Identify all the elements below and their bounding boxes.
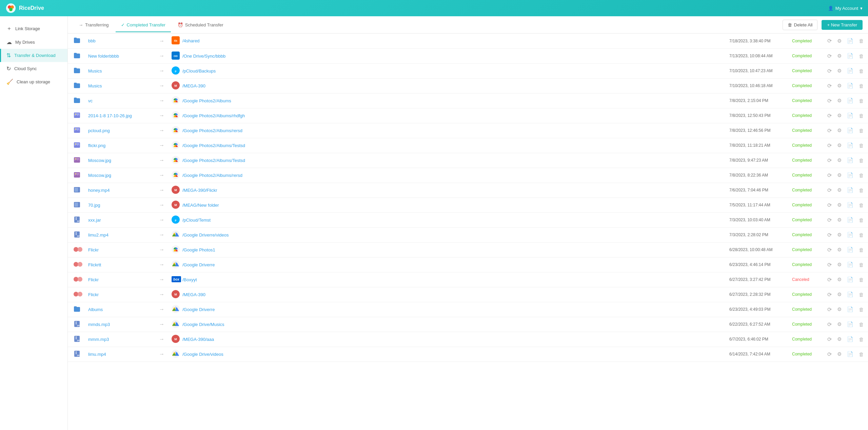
- settings-button[interactable]: ⚙: [836, 171, 843, 179]
- retry-button[interactable]: ⟳: [826, 112, 833, 120]
- transfer-dest-path[interactable]: /Google Photos2/Albums/Testsd: [182, 153, 727, 168]
- delete-button[interactable]: 🗑: [857, 202, 865, 209]
- transfer-source-name[interactable]: New folderbbbb: [85, 48, 153, 63]
- retry-button[interactable]: ⟳: [826, 52, 833, 60]
- sidebar-item-clean-storage[interactable]: 🧹 Clean up storage: [0, 75, 67, 88]
- new-transfer-button[interactable]: + New Transfer: [822, 20, 863, 30]
- retry-button[interactable]: ⟳: [826, 246, 833, 254]
- settings-button[interactable]: ⚙: [836, 261, 843, 268]
- settings-button[interactable]: ⚙: [836, 142, 843, 149]
- settings-button[interactable]: ⚙: [836, 37, 843, 45]
- retry-button[interactable]: ⟳: [826, 261, 833, 269]
- settings-button[interactable]: ⚙: [836, 201, 843, 209]
- retry-button[interactable]: ⟳: [826, 321, 833, 328]
- retry-button[interactable]: ⟳: [826, 82, 833, 90]
- transfer-source-name[interactable]: 2014-1-8 17-10-26.jpg: [85, 108, 153, 123]
- report-button[interactable]: 📄: [846, 157, 855, 164]
- transfer-source-name[interactable]: Albums: [85, 302, 153, 317]
- transfer-dest-path[interactable]: /Google Driverre: [182, 257, 727, 272]
- delete-button[interactable]: 🗑: [857, 37, 865, 44]
- transfer-dest-path[interactable]: /4shared: [182, 34, 727, 48]
- delete-button[interactable]: 🗑: [857, 172, 865, 179]
- settings-button[interactable]: ⚙: [836, 67, 843, 75]
- report-button[interactable]: 📄: [846, 246, 855, 253]
- account-menu[interactable]: 👤 My Account ▾: [828, 6, 863, 11]
- transfer-source-name[interactable]: Flickr: [85, 287, 153, 302]
- delete-button[interactable]: 🗑: [857, 112, 865, 119]
- sidebar-item-link-storage[interactable]: ＋ Link Storage: [0, 22, 67, 36]
- delete-button[interactable]: 🗑: [857, 97, 865, 104]
- retry-button[interactable]: ⟳: [826, 127, 833, 135]
- transfer-source-name[interactable]: Moscow.jpg: [85, 168, 153, 183]
- transfer-dest-path[interactable]: /Google Driverre/videos: [182, 227, 727, 242]
- retry-button[interactable]: ⟳: [826, 142, 833, 149]
- settings-button[interactable]: ⚙: [836, 321, 843, 328]
- settings-button[interactable]: ⚙: [836, 97, 843, 104]
- report-button[interactable]: 📄: [846, 127, 855, 134]
- settings-button[interactable]: ⚙: [836, 335, 843, 343]
- report-button[interactable]: 📄: [846, 335, 855, 343]
- report-button[interactable]: 📄: [846, 321, 855, 328]
- delete-button[interactable]: 🗑: [857, 231, 865, 239]
- transfer-dest-path[interactable]: /Google Drive/videos: [182, 347, 727, 362]
- transfer-source-name[interactable]: Musics: [85, 78, 153, 93]
- settings-button[interactable]: ⚙: [836, 291, 843, 298]
- transfer-dest-path[interactable]: /MEAG/New folder: [182, 198, 727, 212]
- delete-button[interactable]: 🗑: [857, 217, 865, 224]
- delete-button[interactable]: 🗑: [857, 261, 865, 268]
- retry-button[interactable]: ⟳: [826, 291, 833, 299]
- report-button[interactable]: 📄: [846, 52, 855, 60]
- transfer-source-name[interactable]: Musics: [85, 63, 153, 78]
- retry-button[interactable]: ⟳: [826, 37, 833, 45]
- transfer-dest-path[interactable]: /pCloud/Backups: [182, 63, 727, 78]
- transfer-dest-path[interactable]: /Google Photos2/Albums: [182, 93, 727, 108]
- settings-button[interactable]: ⚙: [836, 127, 843, 134]
- retry-button[interactable]: ⟳: [826, 201, 833, 209]
- transfer-source-name[interactable]: mmm.mp3: [85, 332, 153, 347]
- transfer-dest-path[interactable]: /pCloud/Temst: [182, 212, 727, 227]
- settings-button[interactable]: ⚙: [836, 231, 843, 239]
- transfer-source-name[interactable]: Moscow.jpg: [85, 153, 153, 168]
- transfer-dest-path[interactable]: /MEGA-390/Flickr: [182, 183, 727, 198]
- retry-button[interactable]: ⟳: [826, 67, 833, 75]
- settings-button[interactable]: ⚙: [836, 216, 843, 224]
- transfer-source-name[interactable]: xxx.jar: [85, 212, 153, 227]
- report-button[interactable]: 📄: [846, 142, 855, 149]
- tab-scheduled-transfer[interactable]: ⏰ Scheduled Transfer: [172, 18, 229, 32]
- report-button[interactable]: 📄: [846, 350, 855, 358]
- retry-button[interactable]: ⟳: [826, 276, 833, 284]
- delete-button[interactable]: 🗑: [857, 67, 865, 75]
- transfer-source-name[interactable]: Flickrtt: [85, 257, 153, 272]
- transfer-dest-path[interactable]: /Google Drive/Musics: [182, 317, 727, 332]
- sidebar-item-my-drives[interactable]: ☁ My Drives: [0, 36, 67, 49]
- delete-button[interactable]: 🗑: [857, 306, 865, 313]
- transfer-source-name[interactable]: limu2.mp4: [85, 227, 153, 242]
- delete-button[interactable]: 🗑: [857, 142, 865, 149]
- transfer-source-name[interactable]: pcloud.png: [85, 123, 153, 138]
- delete-button[interactable]: 🗑: [857, 276, 865, 283]
- report-button[interactable]: 📄: [846, 306, 855, 313]
- transfer-dest-path[interactable]: /One Drive/Sync/bbbb: [182, 48, 727, 63]
- retry-button[interactable]: ⟳: [826, 335, 833, 343]
- transfer-dest-path[interactable]: /Google Photos2/Albums/rhdfgh: [182, 108, 727, 123]
- report-button[interactable]: 📄: [846, 276, 855, 283]
- tab-transferring[interactable]: → Transferring: [73, 18, 114, 32]
- report-button[interactable]: 📄: [846, 171, 855, 179]
- delete-button[interactable]: 🗑: [857, 291, 865, 298]
- transfer-source-name[interactable]: limu.mp4: [85, 347, 153, 362]
- transfer-dest-path[interactable]: /Google Photos2/Albums/rersd: [182, 123, 727, 138]
- settings-button[interactable]: ⚙: [836, 52, 843, 60]
- delete-all-button[interactable]: 🗑 Delete All: [783, 20, 818, 30]
- tab-completed-transfer[interactable]: ✓ Completed Transfer: [116, 18, 171, 32]
- sidebar-item-transfer-download[interactable]: ⇅ Transfer & Download: [0, 49, 67, 62]
- report-button[interactable]: 📄: [846, 97, 855, 104]
- transfer-dest-path[interactable]: /Boxyyt: [182, 272, 727, 287]
- report-button[interactable]: 📄: [846, 261, 855, 268]
- report-button[interactable]: 📄: [846, 112, 855, 119]
- delete-button[interactable]: 🗑: [857, 246, 865, 253]
- delete-button[interactable]: 🗑: [857, 321, 865, 328]
- delete-button[interactable]: 🗑: [857, 351, 865, 358]
- settings-button[interactable]: ⚙: [836, 82, 843, 89]
- transfer-dest-path[interactable]: /MEGA-390: [182, 78, 727, 93]
- delete-button[interactable]: 🗑: [857, 187, 865, 194]
